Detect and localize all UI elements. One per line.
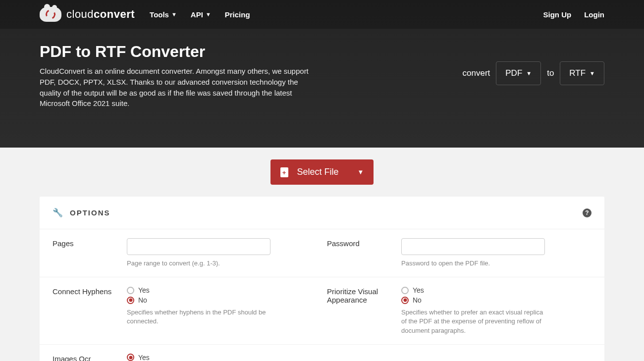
page-title: PDF to RTF Converter [40,43,317,61]
to-label: to [547,68,554,78]
nav-tools[interactable]: Tools▼ [150,10,177,19]
brand-logo[interactable]: cloudconvert [40,7,135,22]
pages-input[interactable] [127,238,270,255]
options-title: OPTIONS [70,208,583,217]
prioritize-visual-help: Specifies whether to prefer an exact vis… [401,308,545,335]
connect-hyphens-no[interactable]: No [127,296,317,304]
password-label: Password [327,238,401,268]
pages-help: Page range to convert (e.g. 1-3). [127,259,270,268]
brand-text: cloudconvert [66,8,135,21]
connect-hyphens-label: Connect Hyphens [53,286,127,335]
chevron-down-icon: ▼ [206,11,211,17]
select-file-button[interactable]: Select File ▼ [270,159,374,185]
from-format-select[interactable]: PDF▼ [496,61,541,85]
nav-api[interactable]: API▼ [191,10,211,19]
convert-label: convert [463,68,490,78]
images-ocr-yes[interactable]: Yes [127,354,317,361]
chevron-down-icon: ▼ [358,168,364,176]
pages-label: Pages [53,238,127,268]
nav-signup[interactable]: Sign Up [543,10,572,19]
chevron-down-icon: ▼ [590,70,595,76]
file-add-icon [280,167,288,177]
connect-hyphens-yes[interactable]: Yes [127,286,317,294]
cloud-convert-icon [40,7,61,22]
password-input[interactable] [401,238,545,255]
to-format-select[interactable]: RTF▼ [560,61,604,85]
page-description: CloudConvert is an online document conve… [40,66,317,109]
nav-login[interactable]: Login [584,10,604,19]
images-ocr-label: Images Ocr [53,354,127,361]
options-panel: 🔧 OPTIONS ? Pages Page range to convert … [40,197,604,361]
prioritize-visual-no[interactable]: No [401,296,591,304]
prioritize-visual-yes[interactable]: Yes [401,286,591,294]
nav-pricing[interactable]: Pricing [225,10,250,19]
password-help: Password to open the PDF file. [401,259,545,268]
chevron-down-icon: ▼ [526,70,532,76]
prioritize-visual-label: Prioritize Visual Appearance [327,286,401,335]
connect-hyphens-help: Specifies whether hyphens in the PDF sho… [127,308,270,326]
wrench-icon: 🔧 [53,207,63,218]
chevron-down-icon: ▼ [171,11,177,17]
help-icon[interactable]: ? [583,208,591,217]
